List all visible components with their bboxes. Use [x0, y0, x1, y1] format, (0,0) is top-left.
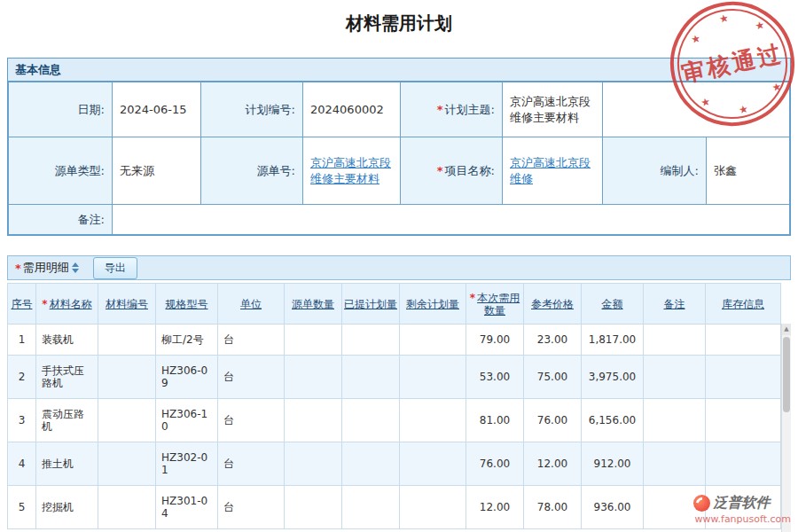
cell-required-qty: 53.00: [466, 356, 524, 399]
cell-source-qty: [285, 399, 342, 442]
required-asterisk: *: [437, 164, 443, 177]
col-seq[interactable]: 序号: [8, 284, 36, 325]
empty-cell: [603, 82, 790, 137]
star-icon: ★: [690, 33, 701, 45]
cell-spec: HZ301-04: [156, 486, 218, 529]
vendor-url: www.fanpusoft.com: [693, 513, 791, 525]
cell-code: [98, 399, 156, 442]
cell-remaining-qty: [400, 399, 466, 442]
cell-seq: 3: [8, 399, 36, 442]
detail-section-bar: * 需用明细 导出: [7, 255, 791, 280]
date-value: 2024-06-15: [113, 82, 201, 137]
plan-no-label: 计划编号:: [201, 82, 303, 137]
scrollbar-thumb[interactable]: [783, 337, 790, 412]
cell-name: 推土机: [36, 442, 98, 486]
cell-seq: 5: [8, 486, 36, 529]
date-label: 日期:: [9, 82, 113, 137]
detail-section-title: 需用明细: [23, 260, 69, 276]
basic-info-section-title: 基本信息: [8, 59, 790, 82]
page-title: 材料需用计划: [0, 12, 798, 34]
cell-ref-price: 23.00: [524, 325, 582, 356]
cell-seq: 1: [8, 325, 36, 356]
col-source-qty[interactable]: 源单数量: [285, 284, 342, 325]
col-planned-qty[interactable]: 已提计划量: [342, 284, 400, 325]
cell-planned-qty: [342, 399, 400, 442]
table-row[interactable]: 3 震动压路机 HZ306-10 台 81.00 76.00 6,156.00: [8, 399, 781, 442]
table-row[interactable]: 1 装载机 柳工/2号 台 79.00 23.00 1,817.00: [8, 325, 781, 356]
detail-table-wrap: 序号 *材料名称 材料编号 规格型号 单位 源单数量 已提计划量 剩余计划量 *…: [7, 283, 791, 529]
cell-amount: 3,975.00: [582, 356, 644, 399]
project-link[interactable]: 京沪高速北京段维修: [510, 156, 591, 185]
cell-ref-price: 75.00: [524, 356, 582, 399]
cell-code: [98, 325, 156, 356]
required-asterisk: *: [42, 298, 47, 310]
col-amount[interactable]: 金额: [582, 284, 644, 325]
cell-spec: 柳工/2号: [156, 325, 218, 356]
cell-amount: 6,156.00: [582, 399, 644, 442]
vendor-watermark: 泛普软件 www.fanpusoft.com: [693, 494, 791, 525]
col-ref-price[interactable]: 参考价格: [524, 284, 582, 325]
cell-ref-price: 12.00: [524, 442, 582, 486]
cell-unit: 台: [218, 399, 285, 442]
table-row[interactable]: 4 推土机 HZ302-01 台 76.00 12.00 912.00: [8, 442, 781, 486]
vendor-brand: 泛普软件: [714, 494, 771, 512]
col-spec[interactable]: 规格型号: [156, 284, 218, 325]
cell-amount: 936.00: [582, 486, 644, 529]
cell-ref-price: 78.00: [524, 486, 582, 529]
vendor-logo-icon: [693, 495, 710, 512]
col-inventory[interactable]: 库存信息: [706, 284, 781, 325]
col-unit[interactable]: 单位: [218, 284, 285, 325]
cell-unit: 台: [218, 356, 285, 399]
detail-table: 序号 *材料名称 材料编号 规格型号 单位 源单数量 已提计划量 剩余计划量 *…: [7, 283, 781, 529]
cell-required-qty: 81.00: [466, 399, 524, 442]
cell-inventory: [706, 399, 781, 442]
cell-inventory: [706, 356, 781, 399]
cell-amount: 1,817.00: [582, 325, 644, 356]
cell-name: 挖掘机: [36, 486, 98, 529]
scroll-up-icon[interactable]: ▲: [782, 324, 791, 335]
basic-info-form: 日期: 2024-06-15 计划编号: 2024060002 *计划主题: 京…: [8, 82, 790, 235]
col-required-qty[interactable]: *本次需用数量: [466, 284, 524, 325]
cell-remark: [644, 356, 706, 399]
creator-label: 编制人:: [603, 137, 707, 205]
col-remark[interactable]: 备注: [644, 284, 706, 325]
cell-name: 震动压路机: [36, 399, 98, 442]
col-material-code[interactable]: 材料编号: [98, 284, 156, 325]
cell-remaining-qty: [400, 325, 466, 356]
creator-value: 张鑫: [707, 137, 790, 205]
cell-remark: [644, 325, 706, 356]
cell-required-qty: 76.00: [466, 442, 524, 486]
remark-value: [113, 205, 790, 235]
cell-planned-qty: [342, 486, 400, 529]
col-material-name[interactable]: *材料名称: [36, 284, 98, 325]
col-remaining-qty[interactable]: 剩余计划量: [400, 284, 466, 325]
cell-seq: 4: [8, 442, 36, 486]
table-row[interactable]: 2 手扶式压路机 HZ306-09 台 53.00 75.00 3,975.00: [8, 356, 781, 399]
source-type-value: 无来源: [113, 137, 201, 205]
basic-info-panel: 基本信息 日期: 2024-06-15 计划编号: 2024060002 *计划…: [7, 58, 791, 236]
cell-inventory: [706, 325, 781, 356]
cell-spec: HZ302-01: [156, 442, 218, 486]
remark-label: 备注:: [9, 205, 113, 235]
table-header-row: 序号 *材料名称 材料编号 规格型号 单位 源单数量 已提计划量 剩余计划量 *…: [8, 284, 781, 325]
plan-subject-value: 京沪高速北京段维修主要材料: [503, 82, 603, 137]
source-no-link[interactable]: 京沪高速北京段维修主要材料: [310, 156, 391, 185]
cell-name: 手扶式压路机: [36, 356, 98, 399]
cell-inventory: [706, 442, 781, 486]
cell-remark: [644, 399, 706, 442]
cell-planned-qty: [342, 442, 400, 486]
project-label: *项目名称:: [401, 137, 503, 205]
cell-source-qty: [285, 325, 342, 356]
cell-name: 装载机: [36, 325, 98, 356]
cell-source-qty: [285, 486, 342, 529]
sort-icon[interactable]: [72, 262, 79, 273]
cell-amount: 912.00: [582, 442, 644, 486]
plan-no-value: 2024060002: [303, 82, 401, 137]
cell-required-qty: 79.00: [466, 325, 524, 356]
table-row[interactable]: 5 挖掘机 HZ301-04 台 12.00 78.00 936.00: [8, 486, 781, 529]
cell-source-qty: [285, 442, 342, 486]
cell-planned-qty: [342, 356, 400, 399]
cell-remaining-qty: [400, 356, 466, 399]
cell-code: [98, 442, 156, 486]
export-button[interactable]: 导出: [93, 257, 137, 279]
